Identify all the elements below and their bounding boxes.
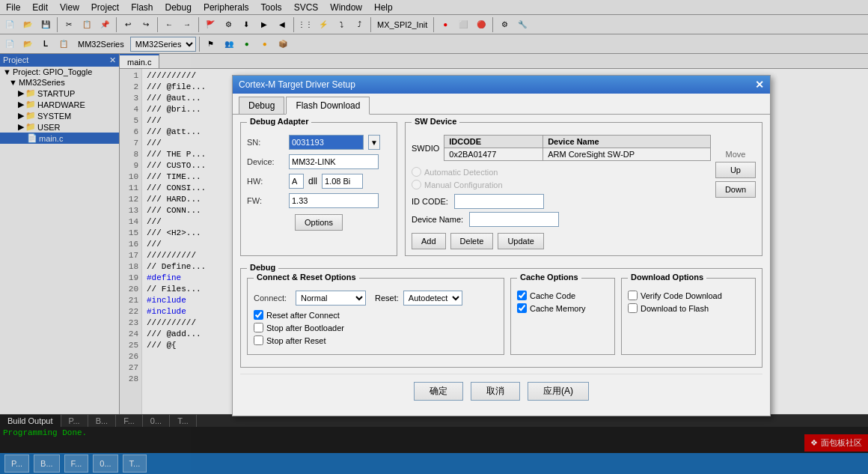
sn-row: SN: ▼ [247,135,391,150]
stop-reset-check[interactable] [254,335,263,345]
hw-value-input[interactable] [289,174,304,189]
download-flash-row: Download to Flash [628,303,749,313]
id-code-input[interactable] [454,194,544,209]
connect-reset-group: Connect & Reset Options Connect: Normal … [247,278,504,355]
cache-options-group: Cache Options Cache Code Cache Memory [510,278,615,355]
verify-code-check[interactable] [628,291,638,300]
col-device-name: Device Name [543,136,711,148]
hw-version-input[interactable] [322,174,363,189]
add-label: Add [421,237,436,246]
bottom-sections: Connect & Reset Options Connect: Normal … [247,278,756,361]
options-label: Options [305,218,333,227]
sw-idcode: 0x2BA01477 [444,148,543,161]
fw-input[interactable] [289,193,379,208]
dialog-body: Debug Adapter SN: ▼ Device: HW: [233,115,770,416]
dialog-close-button[interactable]: ✕ [755,79,764,91]
dialog-title-bar: Cortex-M Target Driver Setup ✕ [233,76,770,94]
reset-label: Reset: [375,294,399,303]
tab-debug[interactable]: Debug [239,97,284,114]
reset-after-connect-row: Reset after Connect [254,310,498,320]
tab-flash-download[interactable]: Flash Download [286,97,370,115]
fw-label: FW: [247,196,284,205]
col-idcode: IDCODE [444,136,543,148]
two-col-layout: Debug Adapter SN: ▼ Device: HW: [240,122,762,262]
confirm-button[interactable]: 确定 [414,382,463,401]
move-up-label: Up [730,165,741,174]
verify-code-label: Verify Code Download [641,291,722,300]
id-code-label: ID CODE: [412,197,448,206]
update-button[interactable]: Update [498,233,543,249]
sw-device-label: SW Device [412,117,459,126]
apply-button[interactable]: 应用(A) [528,382,589,401]
cache-memory-label: Cache Memory [530,304,586,313]
stop-bootloader-label: Stop after Bootloader [266,323,344,332]
cache-code-label: Cache Code [530,291,575,300]
sw-device-row[interactable]: 0x2BA01477 ARM CoreSight SW-DP [444,148,711,161]
hw-label: HW: [247,177,284,186]
debug-adapter-group: Debug Adapter SN: ▼ Device: HW: [240,122,397,256]
move-up-button[interactable]: Up [715,162,756,178]
cache-code-check[interactable] [517,291,527,300]
reset-select[interactable]: Autodetect Software Hardware [403,291,462,306]
connect-label: Connect: [254,294,291,303]
delete-label: Delete [460,237,484,246]
tab-flash-label: Flash Download [296,100,360,111]
cache-memory-check[interactable] [517,303,527,313]
download-options-label: Download Options [628,273,706,282]
dialog-footer: 确定 取消 应用(A) [240,374,762,408]
sw-device-table: IDCODE Device Name 0x2BA01477 ARM CoreSi… [444,135,711,161]
connect-select[interactable]: Normal with Pre-reset under Reset [296,291,366,306]
download-options-group: Download Options Verify Code Download Do… [621,278,756,355]
delete-button[interactable]: Delete [450,233,494,249]
manual-config-label: Manual Configuration [424,180,503,189]
download-flash-label: Download to Flash [641,304,709,313]
sn-dropdown[interactable]: ▼ [368,135,380,150]
cache-options-label: Cache Options [517,273,581,282]
move-label: Move [715,150,756,159]
stop-bootloader-check[interactable] [254,323,263,332]
tab-debug-label: Debug [248,100,275,111]
reset-after-connect-check[interactable] [254,310,263,320]
device-name-label: Device Name: [412,215,463,224]
move-down-label: Down [725,185,746,194]
device-label: Device: [247,157,284,166]
apply-label: 应用(A) [543,386,573,396]
device-row: Device: [247,154,391,169]
auto-detection-label: Automatic Detection [424,168,498,177]
stop-bootloader-row: Stop after Bootloader [254,323,498,332]
dll-label: dll [308,176,317,186]
debug-adapter-label: Debug Adapter [247,117,311,126]
dialog-title-text: Cortex-M Target Driver Setup [239,79,355,90]
stop-reset-row: Stop after Reset [254,335,498,345]
debug-section-label: Debug [247,263,278,272]
connect-row: Connect: Normal with Pre-reset under Res… [254,291,498,306]
cache-code-row: Cache Code [517,291,608,300]
add-button[interactable]: Add [412,233,446,249]
device-name-input[interactable] [469,212,559,227]
hw-row: HW: dll [247,174,391,189]
download-flash-check[interactable] [628,303,638,313]
swdio-label: SWDIO [412,144,439,153]
auto-detection-radio[interactable] [412,167,421,177]
options-button[interactable]: Options [295,214,343,231]
update-label: Update [507,237,534,246]
sw-device-name: ARM CoreSight SW-DP [543,148,711,161]
manual-config-radio[interactable] [412,180,421,189]
cancel-label: 取消 [486,386,504,396]
connect-reset-label: Connect & Reset Options [254,273,359,282]
fw-row: FW: [247,193,391,208]
move-down-button[interactable]: Down [715,181,756,198]
sn-label: SN: [247,138,284,147]
move-buttons: Move Up Down [715,135,756,249]
cache-memory-row: Cache Memory [517,303,608,313]
sw-device-group: SW Device SWDIO IDCODE Device Name [405,122,762,256]
cancel-button[interactable]: 取消 [471,382,520,401]
stop-reset-label: Stop after Reset [266,336,326,345]
debug-section-group: Debug Connect & Reset Options Connect: N… [240,268,762,368]
manual-config-row: Manual Configuration [412,180,711,189]
device-input[interactable] [289,154,379,169]
auto-detection-row: Automatic Detection [412,167,711,177]
dialog-overlay: Cortex-M Target Driver Setup ✕ Debug Fla… [0,0,868,474]
sn-input[interactable] [289,135,364,150]
verify-code-row: Verify Code Download [628,291,749,300]
